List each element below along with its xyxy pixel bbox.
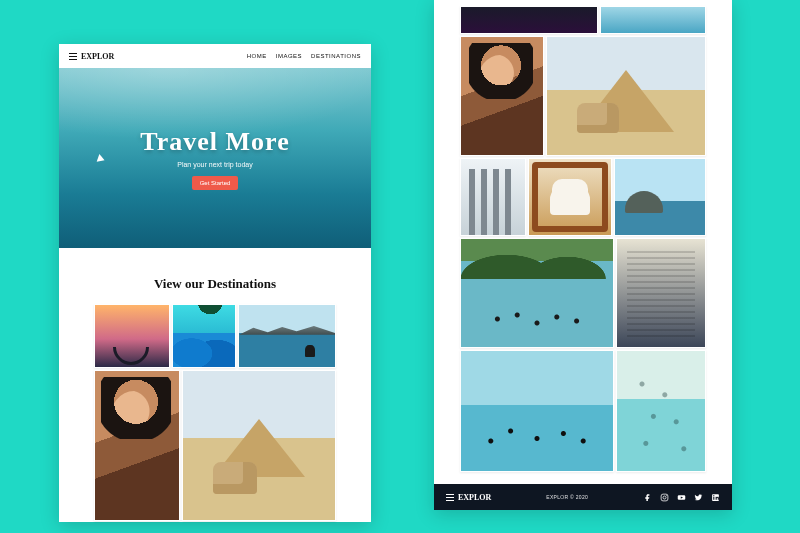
gallery-grid-full <box>460 6 706 474</box>
svg-point-2 <box>666 494 667 495</box>
get-started-button[interactable]: Get Started <box>192 176 239 190</box>
linkedin-icon[interactable] <box>711 493 720 502</box>
gallery-tile-rio-bay[interactable] <box>614 158 706 236</box>
gallery-tile-portrait-woman-2[interactable] <box>460 36 544 156</box>
brand-logo[interactable]: EXPLOR <box>69 52 114 61</box>
footer-brand[interactable]: EXPLOR <box>446 493 491 502</box>
page-preview-gallery: EXPLOR EXPLOR © 2020 <box>434 0 732 510</box>
footer-brand-text: EXPLOR <box>458 493 491 502</box>
menu-bars-icon <box>446 493 454 501</box>
gallery-tile-pyramids-2[interactable] <box>546 36 706 156</box>
nav-link-images[interactable]: Images <box>276 53 302 59</box>
gallery-tile-aerial-beach[interactable] <box>616 350 706 472</box>
footer-social-links <box>643 493 720 502</box>
hero-subtitle: Plan your next trip today <box>177 161 253 168</box>
gallery-tile-scroll-texture[interactable] <box>616 238 706 348</box>
gallery-tile-kayak-lake[interactable] <box>238 304 336 368</box>
svg-point-6 <box>713 495 714 496</box>
gallery-tile-beach-crowd[interactable] <box>460 350 614 472</box>
top-navbar: EXPLOR Home Images Destinations <box>59 44 371 68</box>
gallery-tile-night-city[interactable] <box>460 6 598 34</box>
brand-text: EXPLOR <box>81 52 114 61</box>
gallery-tile-taj-mahal[interactable] <box>528 158 612 236</box>
nav-links: Home Images Destinations <box>247 53 361 59</box>
twitter-icon[interactable] <box>694 493 703 502</box>
gallery-tile-ocean-cliff[interactable] <box>600 6 706 34</box>
gallery-heading: View our Destinations <box>59 276 371 292</box>
youtube-icon[interactable] <box>677 493 686 502</box>
gallery-tile-pyramids[interactable] <box>182 370 336 521</box>
menu-bars-icon <box>69 52 77 60</box>
svg-point-1 <box>663 496 666 499</box>
site-footer: EXPLOR EXPLOR © 2020 <box>434 484 732 510</box>
hero-title: Travel More <box>140 127 289 157</box>
nav-link-destinations[interactable]: Destinations <box>311 53 361 59</box>
hero-section: Travel More Plan your next trip today Ge… <box>59 68 371 248</box>
instagram-icon[interactable] <box>660 493 669 502</box>
footer-copyright: EXPLOR © 2020 <box>546 494 588 500</box>
page-preview-home: EXPLOR Home Images Destinations Travel M… <box>59 44 371 522</box>
gallery-tile-river-swimmers[interactable] <box>460 238 614 348</box>
svg-rect-5 <box>713 496 714 499</box>
gallery-tile-sunset-pier[interactable] <box>94 304 170 368</box>
gallery-tile-wave-palms[interactable] <box>172 304 236 368</box>
gallery-tile-city-street[interactable] <box>460 158 526 236</box>
gallery-grid-top <box>94 304 336 522</box>
boat-icon <box>95 153 104 161</box>
facebook-icon[interactable] <box>643 493 652 502</box>
nav-link-home[interactable]: Home <box>247 53 267 59</box>
gallery-tile-portrait-woman[interactable] <box>94 370 180 521</box>
